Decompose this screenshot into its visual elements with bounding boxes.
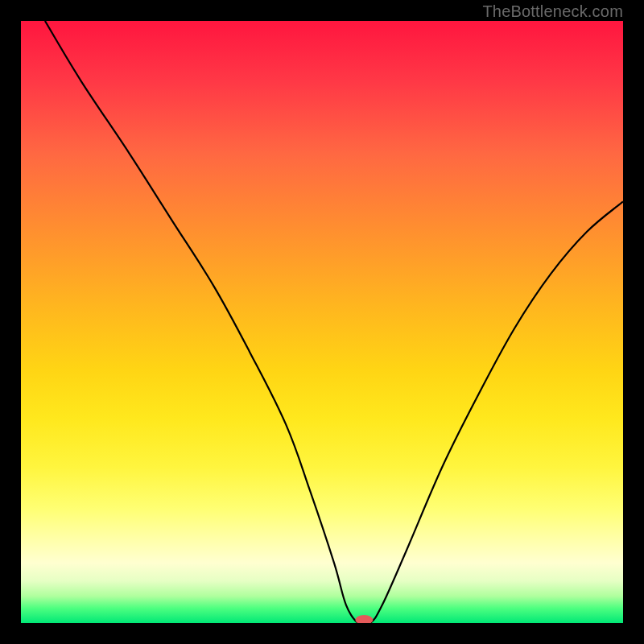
watermark-text: TheBottleneck.com — [482, 2, 623, 21]
optimal-point-marker — [355, 615, 373, 623]
chart-container: TheBottleneck.com — [0, 0, 644, 644]
chart-overlay — [21, 21, 623, 623]
bottleneck-curve-line — [45, 21, 623, 623]
